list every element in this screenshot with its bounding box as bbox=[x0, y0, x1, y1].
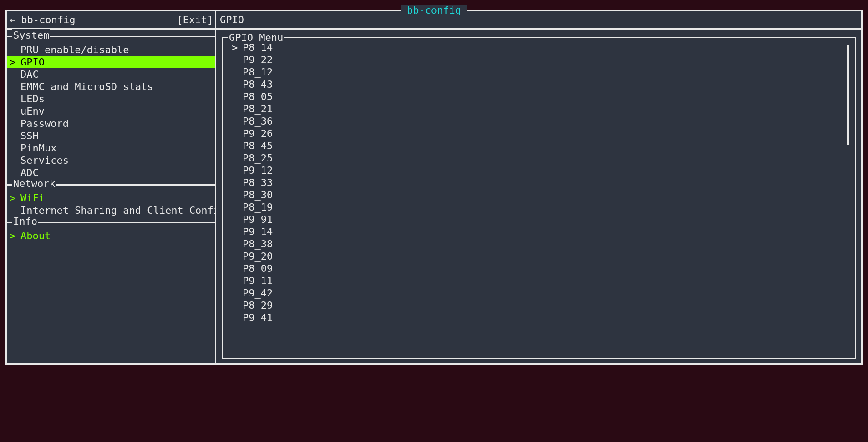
sidebar-item-label: PRU enable/disable bbox=[20, 44, 129, 55]
sidebar-item-label: PinMux bbox=[20, 142, 56, 154]
gpio-pin-label: P8_33 bbox=[243, 177, 273, 188]
header: ← bb-config [Exit] GPIO bbox=[7, 11, 861, 30]
gpio-pin-item[interactable]: P8_38 bbox=[226, 238, 851, 250]
sidebar-item-uenv[interactable]: uEnv bbox=[7, 105, 215, 117]
sidebar-item-wifi[interactable]: > WiFi bbox=[7, 192, 215, 204]
sidebar-item-leds[interactable]: LEDs bbox=[7, 93, 215, 105]
gpio-pin-item[interactable]: P9_11 bbox=[226, 275, 851, 287]
sidebar-item-pinmux[interactable]: PinMux bbox=[7, 142, 215, 154]
section-label: System bbox=[12, 29, 50, 41]
gpio-pin-label: P9_91 bbox=[243, 214, 273, 225]
gpio-pin-label: P8_30 bbox=[243, 189, 273, 201]
header-title: bb-config bbox=[21, 14, 177, 26]
gpio-pin-label: P8_09 bbox=[243, 263, 273, 274]
gpio-pin-label: P9_22 bbox=[243, 54, 273, 65]
header-breadcrumb: GPIO bbox=[216, 14, 861, 26]
sidebar-item-dac[interactable]: DAC bbox=[7, 68, 215, 80]
gpio-pin-item[interactable]: P8_25 bbox=[226, 152, 851, 164]
gpio-menu-box: GPIO Menu > P8_14P9_22P8_12P8_43P8_05P8_… bbox=[222, 37, 856, 359]
gpio-pin-item[interactable]: P9_12 bbox=[226, 164, 851, 176]
gpio-pin-item[interactable]: P8_19 bbox=[226, 201, 851, 213]
gpio-pin-label: P8_05 bbox=[243, 91, 273, 102]
header-left: ← bb-config [Exit] bbox=[7, 11, 216, 28]
gpio-pin-item[interactable]: P9_42 bbox=[226, 287, 851, 299]
section-label: Info bbox=[12, 215, 38, 227]
sidebar-item-adc[interactable]: ADC bbox=[7, 166, 215, 179]
gpio-pin-label: P8_36 bbox=[243, 116, 273, 127]
content-pane: GPIO Menu > P8_14P9_22P8_12P8_43P8_05P8_… bbox=[216, 30, 861, 363]
gpio-pin-item[interactable]: P8_09 bbox=[226, 262, 851, 275]
sidebar-item-emmc-and-microsd-stats[interactable]: EMMC and MicroSD stats bbox=[7, 80, 215, 93]
gpio-pin-item[interactable]: P9_91 bbox=[226, 213, 851, 226]
sidebar-item-about[interactable]: > About bbox=[7, 230, 215, 242]
gpio-pin-item[interactable]: > P8_14 bbox=[226, 41, 851, 54]
app-window: bb-config ← bb-config [Exit] GPIO System… bbox=[5, 10, 863, 365]
gpio-pin-label: P8_21 bbox=[243, 103, 273, 115]
sidebar-item-password[interactable]: Password bbox=[7, 117, 215, 130]
section-divider: Network bbox=[7, 184, 215, 186]
sidebar-item-gpio[interactable]: > GPIO bbox=[7, 56, 215, 68]
gpio-pin-label: P8_19 bbox=[243, 201, 273, 213]
gpio-pin-item[interactable]: P8_30 bbox=[226, 189, 851, 201]
sidebar-item-internet-sharing-and-client-confi[interactable]: Internet Sharing and Client Confi bbox=[7, 204, 215, 216]
gpio-pin-item[interactable]: P9_26 bbox=[226, 127, 851, 140]
sidebar-item-services[interactable]: Services bbox=[7, 154, 215, 166]
back-arrow-icon[interactable]: ← bbox=[10, 14, 15, 26]
section-divider: System bbox=[7, 36, 215, 37]
sidebar-item-label: Password bbox=[20, 118, 69, 129]
sidebar-item-label: EMMC and MicroSD stats bbox=[20, 81, 153, 92]
sidebar-item-label: Internet Sharing and Client Confi bbox=[20, 205, 215, 216]
sidebar-item-label: About bbox=[20, 230, 51, 241]
gpio-pin-label: P8_12 bbox=[243, 66, 273, 78]
gpio-pin-label: P8_14 bbox=[243, 42, 273, 53]
sidebar-item-label: WiFi bbox=[20, 192, 45, 204]
gpio-pin-label: P9_11 bbox=[243, 275, 273, 286]
caret-icon: > bbox=[232, 41, 243, 54]
caret-icon: > bbox=[10, 230, 20, 242]
sidebar-item-label: GPIO bbox=[20, 56, 45, 68]
gpio-pin-item[interactable]: P9_20 bbox=[226, 250, 851, 262]
sidebar-item-label: DAC bbox=[20, 69, 39, 80]
gpio-pin-list[interactable]: > P8_14P9_22P8_12P8_43P8_05P8_21P8_36P9_… bbox=[226, 41, 851, 354]
gpio-pin-label: P9_41 bbox=[243, 312, 273, 323]
section-divider: Info bbox=[7, 222, 215, 223]
gpio-pin-item[interactable]: P8_12 bbox=[226, 66, 851, 78]
sidebar-item-label: SSH bbox=[20, 130, 39, 141]
gpio-pin-label: P8_29 bbox=[243, 300, 273, 311]
section-label: Network bbox=[12, 177, 56, 190]
gpio-pin-label: P9_26 bbox=[243, 128, 273, 139]
gpio-pin-item[interactable]: P8_29 bbox=[226, 299, 851, 311]
caret-icon: > bbox=[10, 56, 20, 68]
gpio-pin-item[interactable]: P8_43 bbox=[226, 78, 851, 90]
gpio-pin-label: P8_25 bbox=[243, 152, 273, 164]
sidebar-item-ssh[interactable]: SSH bbox=[7, 130, 215, 142]
gpio-pin-item[interactable]: P9_22 bbox=[226, 54, 851, 66]
gpio-pin-item[interactable]: P8_36 bbox=[226, 115, 851, 127]
gpio-pin-item[interactable]: P9_41 bbox=[226, 311, 851, 324]
body: SystemPRU enable/disable> GPIODACEMMC an… bbox=[7, 30, 861, 363]
caret-icon: > bbox=[10, 192, 20, 204]
sidebar-item-label: uEnv bbox=[20, 105, 45, 117]
gpio-pin-item[interactable]: P8_45 bbox=[226, 140, 851, 152]
gpio-pin-item[interactable]: P9_14 bbox=[226, 226, 851, 238]
sidebar: SystemPRU enable/disable> GPIODACEMMC an… bbox=[7, 30, 216, 363]
gpio-pin-label: P8_43 bbox=[243, 79, 273, 90]
sidebar-item-label: ADC bbox=[20, 167, 39, 178]
gpio-pin-label: P9_42 bbox=[243, 287, 273, 299]
exit-button[interactable]: [Exit] bbox=[177, 14, 213, 26]
scrollbar[interactable] bbox=[847, 45, 849, 145]
gpio-pin-label: P9_12 bbox=[243, 165, 273, 176]
gpio-pin-item[interactable]: P8_21 bbox=[226, 103, 851, 115]
sidebar-item-label: LEDs bbox=[20, 93, 45, 105]
gpio-pin-item[interactable]: P8_05 bbox=[226, 90, 851, 103]
sidebar-item-pru-enable-disable[interactable]: PRU enable/disable bbox=[7, 44, 215, 56]
gpio-pin-item[interactable]: P8_33 bbox=[226, 176, 851, 189]
gpio-pin-label: P9_14 bbox=[243, 226, 273, 237]
sidebar-item-label: Services bbox=[20, 155, 69, 166]
gpio-pin-label: P8_38 bbox=[243, 238, 273, 250]
gpio-pin-label: P9_20 bbox=[243, 251, 273, 262]
gpio-pin-label: P8_45 bbox=[243, 140, 273, 151]
